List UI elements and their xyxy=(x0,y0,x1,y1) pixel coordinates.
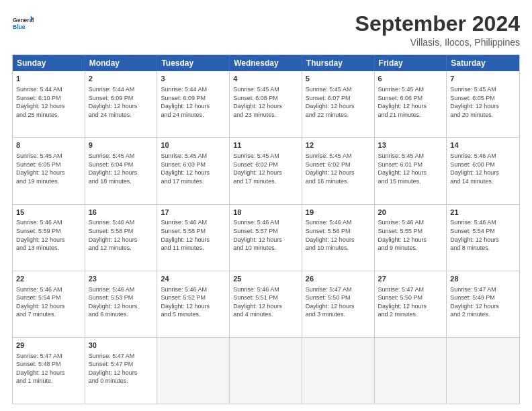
cal-cell: 12Sunrise: 5:45 AM Sunset: 6:02 PM Dayli… xyxy=(302,138,375,203)
cal-cell: 4Sunrise: 5:45 AM Sunset: 6:08 PM Daylig… xyxy=(230,71,302,137)
day-number: 4 xyxy=(233,74,298,84)
day-number: 17 xyxy=(161,208,226,218)
location: Villasis, Ilocos, Philippines xyxy=(355,37,520,48)
cal-cell: 18Sunrise: 5:46 AM Sunset: 5:57 PM Dayli… xyxy=(230,205,302,271)
cal-cell xyxy=(157,338,230,404)
cal-cell: 7Sunrise: 5:45 AM Sunset: 6:05 PM Daylig… xyxy=(447,71,519,137)
day-info: Sunrise: 5:46 AM Sunset: 5:57 PM Dayligh… xyxy=(233,218,298,252)
day-info: Sunrise: 5:46 AM Sunset: 5:59 PM Dayligh… xyxy=(16,218,81,252)
day-number: 11 xyxy=(233,140,298,150)
day-number: 6 xyxy=(378,74,443,84)
cal-cell: 22Sunrise: 5:46 AM Sunset: 5:54 PM Dayli… xyxy=(13,271,85,337)
cal-cell xyxy=(375,338,447,404)
header-sunday: Sunday xyxy=(13,55,85,71)
cal-row-1: 1Sunrise: 5:44 AM Sunset: 6:10 PM Daylig… xyxy=(13,71,519,137)
calendar: Sunday Monday Tuesday Wednesday Thursday… xyxy=(12,54,520,404)
day-info: Sunrise: 5:46 AM Sunset: 5:51 PM Dayligh… xyxy=(233,285,298,319)
cal-cell: 29Sunrise: 5:47 AM Sunset: 5:48 PM Dayli… xyxy=(13,338,85,404)
day-info: Sunrise: 5:44 AM Sunset: 6:09 PM Dayligh… xyxy=(89,85,154,119)
day-number: 13 xyxy=(378,140,443,150)
day-info: Sunrise: 5:46 AM Sunset: 5:54 PM Dayligh… xyxy=(450,218,516,252)
day-number: 16 xyxy=(89,208,154,218)
logo: General Blue xyxy=(12,12,34,34)
header-thursday: Thursday xyxy=(302,55,375,71)
day-number: 10 xyxy=(161,140,226,150)
cal-cell: 2Sunrise: 5:44 AM Sunset: 6:09 PM Daylig… xyxy=(85,71,158,137)
day-info: Sunrise: 5:45 AM Sunset: 6:05 PM Dayligh… xyxy=(450,85,516,119)
day-number: 15 xyxy=(16,208,81,218)
cal-row-2: 8Sunrise: 5:45 AM Sunset: 6:05 PM Daylig… xyxy=(13,137,519,203)
cal-cell: 3Sunrise: 5:44 AM Sunset: 6:09 PM Daylig… xyxy=(157,71,230,137)
day-number: 8 xyxy=(16,140,81,150)
day-info: Sunrise: 5:46 AM Sunset: 5:55 PM Dayligh… xyxy=(378,218,443,252)
cal-cell: 10Sunrise: 5:45 AM Sunset: 6:03 PM Dayli… xyxy=(157,138,230,203)
day-number: 3 xyxy=(161,74,226,84)
day-info: Sunrise: 5:44 AM Sunset: 6:09 PM Dayligh… xyxy=(161,85,226,119)
day-info: Sunrise: 5:46 AM Sunset: 5:52 PM Dayligh… xyxy=(161,285,226,319)
cal-cell xyxy=(302,338,375,404)
title-block: September 2024 Villasis, Ilocos, Philipp… xyxy=(355,12,520,48)
day-info: Sunrise: 5:45 AM Sunset: 6:06 PM Dayligh… xyxy=(378,85,443,119)
day-number: 14 xyxy=(450,140,516,150)
cal-row-3: 15Sunrise: 5:46 AM Sunset: 5:59 PM Dayli… xyxy=(13,204,519,271)
svg-text:Blue: Blue xyxy=(13,24,26,30)
day-number: 22 xyxy=(16,274,81,284)
cal-cell: 16Sunrise: 5:46 AM Sunset: 5:58 PM Dayli… xyxy=(85,205,158,271)
day-info: Sunrise: 5:45 AM Sunset: 6:01 PM Dayligh… xyxy=(378,152,443,185)
day-number: 20 xyxy=(378,208,443,218)
day-number: 30 xyxy=(89,340,154,351)
day-info: Sunrise: 5:46 AM Sunset: 5:54 PM Dayligh… xyxy=(16,285,81,319)
day-number: 25 xyxy=(233,274,298,284)
cal-cell: 11Sunrise: 5:45 AM Sunset: 6:02 PM Dayli… xyxy=(230,138,302,203)
day-number: 26 xyxy=(306,274,371,284)
calendar-header: Sunday Monday Tuesday Wednesday Thursday… xyxy=(13,55,519,71)
cal-cell: 6Sunrise: 5:45 AM Sunset: 6:06 PM Daylig… xyxy=(375,71,447,137)
cal-cell: 20Sunrise: 5:46 AM Sunset: 5:55 PM Dayli… xyxy=(375,205,447,271)
header-wednesday: Wednesday xyxy=(230,55,302,71)
header-saturday: Saturday xyxy=(447,55,519,71)
cal-cell: 24Sunrise: 5:46 AM Sunset: 5:52 PM Dayli… xyxy=(157,271,230,337)
cal-row-5: 29Sunrise: 5:47 AM Sunset: 5:48 PM Dayli… xyxy=(13,337,519,404)
cal-cell: 21Sunrise: 5:46 AM Sunset: 5:54 PM Dayli… xyxy=(447,205,519,271)
header-tuesday: Tuesday xyxy=(157,55,230,71)
day-number: 23 xyxy=(89,274,154,284)
logo-svg: General Blue xyxy=(12,12,34,34)
page: General Blue September 2024 Villasis, Il… xyxy=(0,0,532,411)
day-number: 7 xyxy=(450,74,516,84)
day-number: 5 xyxy=(306,74,371,84)
cal-cell: 14Sunrise: 5:46 AM Sunset: 6:00 PM Dayli… xyxy=(447,138,519,203)
day-info: Sunrise: 5:46 AM Sunset: 5:58 PM Dayligh… xyxy=(89,218,154,252)
cal-cell: 8Sunrise: 5:45 AM Sunset: 6:05 PM Daylig… xyxy=(13,138,85,203)
day-info: Sunrise: 5:46 AM Sunset: 6:00 PM Dayligh… xyxy=(450,152,516,185)
cal-cell: 25Sunrise: 5:46 AM Sunset: 5:51 PM Dayli… xyxy=(230,271,302,337)
day-info: Sunrise: 5:45 AM Sunset: 6:02 PM Dayligh… xyxy=(233,152,298,185)
cal-cell: 15Sunrise: 5:46 AM Sunset: 5:59 PM Dayli… xyxy=(13,205,85,271)
cal-cell: 28Sunrise: 5:47 AM Sunset: 5:49 PM Dayli… xyxy=(447,271,519,337)
day-number: 12 xyxy=(306,140,371,150)
day-number: 2 xyxy=(89,74,154,84)
month-title: September 2024 xyxy=(355,12,520,36)
day-number: 9 xyxy=(89,140,154,150)
cal-row-4: 22Sunrise: 5:46 AM Sunset: 5:54 PM Dayli… xyxy=(13,271,519,337)
calendar-body: 1Sunrise: 5:44 AM Sunset: 6:10 PM Daylig… xyxy=(13,71,519,404)
day-number: 29 xyxy=(16,340,81,351)
day-number: 18 xyxy=(233,208,298,218)
cal-cell: 27Sunrise: 5:47 AM Sunset: 5:50 PM Dayli… xyxy=(375,271,447,337)
cal-cell: 17Sunrise: 5:46 AM Sunset: 5:58 PM Dayli… xyxy=(157,205,230,271)
day-number: 27 xyxy=(378,274,443,284)
cal-cell: 23Sunrise: 5:46 AM Sunset: 5:53 PM Dayli… xyxy=(85,271,158,337)
day-info: Sunrise: 5:45 AM Sunset: 6:04 PM Dayligh… xyxy=(89,152,154,185)
day-number: 28 xyxy=(450,274,516,284)
day-number: 21 xyxy=(450,208,516,218)
cal-cell: 9Sunrise: 5:45 AM Sunset: 6:04 PM Daylig… xyxy=(85,138,158,203)
day-info: Sunrise: 5:44 AM Sunset: 6:10 PM Dayligh… xyxy=(16,85,81,119)
day-info: Sunrise: 5:47 AM Sunset: 5:50 PM Dayligh… xyxy=(378,285,443,319)
cal-cell: 26Sunrise: 5:47 AM Sunset: 5:50 PM Dayli… xyxy=(302,271,375,337)
day-info: Sunrise: 5:45 AM Sunset: 6:02 PM Dayligh… xyxy=(306,152,371,185)
day-info: Sunrise: 5:45 AM Sunset: 6:08 PM Dayligh… xyxy=(233,85,298,119)
day-info: Sunrise: 5:45 AM Sunset: 6:03 PM Dayligh… xyxy=(161,152,226,185)
header-monday: Monday xyxy=(85,55,158,71)
day-info: Sunrise: 5:47 AM Sunset: 5:48 PM Dayligh… xyxy=(16,352,81,385)
cal-cell xyxy=(447,338,519,404)
header-friday: Friday xyxy=(375,55,447,71)
